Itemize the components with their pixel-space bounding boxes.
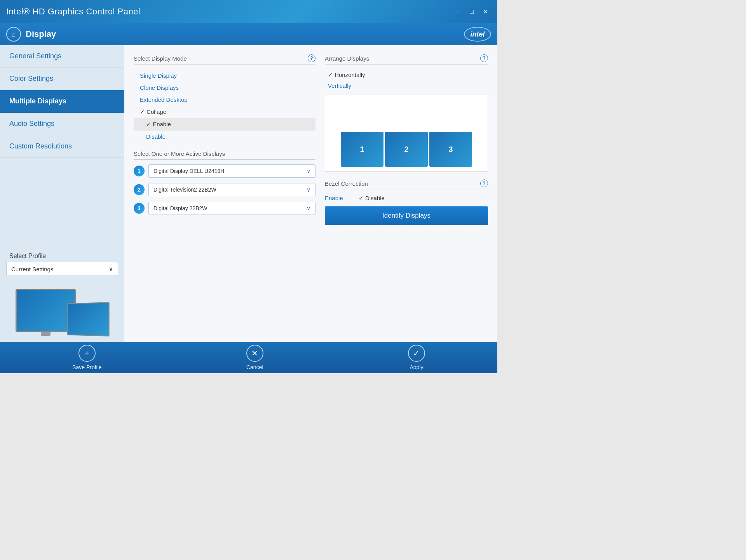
footer: + Save Profile ✕ Cancel ✓ Apply	[0, 342, 497, 373]
sidebar-item-custom-resolutions[interactable]: Custom Resolutions	[0, 135, 124, 158]
bezel-options-row: Enable Disable	[325, 195, 488, 202]
select-display-mode-title: Select Display Mode ?	[134, 54, 315, 65]
select-display-mode-section: Select Display Mode ? Single Display Clo…	[134, 54, 315, 143]
nav-title: Display	[26, 29, 56, 39]
monitor-stand	[41, 332, 51, 336]
cancel-icon: ✕	[246, 345, 263, 362]
display-row-2: 2 Digital Television2 22B2W ∨	[134, 183, 315, 196]
bezel-correction-help-icon[interactable]: ?	[480, 180, 488, 187]
content-area: Select Display Mode ? Single Display Clo…	[124, 45, 497, 342]
monitor-illustration	[16, 285, 109, 336]
left-panel: Select Display Mode ? Single Display Clo…	[134, 54, 315, 333]
save-profile-icon: +	[78, 345, 96, 362]
display-3-dropdown[interactable]: Digital Display 22B2W ∨	[148, 202, 315, 215]
window-controls: – □ ✕	[454, 7, 491, 16]
arrange-displays-preview: 1 2 3	[325, 94, 488, 172]
monitor-thumb-3[interactable]: 3	[429, 132, 472, 167]
display-row-3: 3 Digital Display 22B2W ∨	[134, 202, 315, 215]
horizontally-option[interactable]: Horizontally	[325, 70, 488, 80]
home-icon[interactable]: ⌂	[6, 27, 21, 42]
select-active-displays-section: Select One or More Active Displays 1 Dig…	[134, 150, 315, 220]
display-2-dropdown[interactable]: Digital Television2 22B2W ∨	[148, 183, 315, 196]
cancel-button[interactable]: ✕ Cancel	[246, 345, 263, 370]
display-badge-2: 2	[134, 184, 145, 195]
sidebar-item-general-settings[interactable]: General Settings	[0, 45, 124, 68]
bezel-enable-option[interactable]: Enable	[325, 195, 343, 202]
nav-bar: ⌂ Display intel	[0, 23, 497, 45]
display-row-1: 1 Digital Display DELL U2419H ∨	[134, 164, 315, 178]
display-mode-help-icon[interactable]: ?	[308, 54, 315, 62]
apply-button[interactable]: ✓ Apply	[408, 345, 425, 370]
profile-dropdown-value: Current Settings	[11, 266, 53, 272]
monitor-thumb-1[interactable]: 1	[341, 132, 383, 167]
main-layout: General Settings Color Settings Multiple…	[0, 45, 497, 342]
clone-displays-option[interactable]: Clone Displays	[134, 82, 315, 94]
intel-logo: intel	[464, 27, 491, 42]
chevron-down-icon: ∨	[307, 168, 310, 174]
select-profile-label: Select Profile	[0, 248, 124, 262]
sidebar-item-color-settings[interactable]: Color Settings	[0, 68, 124, 90]
chevron-down-icon: ∨	[307, 187, 310, 193]
right-panel: Arrange Displays ? Horizontally Vertical…	[325, 54, 488, 333]
monitor-small	[67, 302, 110, 336]
collage-enable-option[interactable]: Enable	[134, 118, 315, 131]
display-badge-1: 1	[134, 166, 145, 176]
save-profile-label: Save Profile	[72, 364, 101, 370]
sidebar: General Settings Color Settings Multiple…	[0, 45, 124, 342]
title-bar: Intel® HD Graphics Control Panel – □ ✕	[0, 0, 497, 23]
chevron-down-icon: ∨	[307, 205, 310, 211]
collage-disable-option[interactable]: Disable	[134, 131, 315, 143]
select-active-displays-title: Select One or More Active Displays	[134, 150, 315, 160]
cancel-label: Cancel	[246, 364, 263, 370]
monitor-thumb-2[interactable]: 2	[385, 132, 428, 167]
arrange-displays-section: Arrange Displays ? Horizontally Vertical…	[325, 54, 488, 172]
chevron-down-icon: ∨	[109, 265, 113, 272]
display-1-dropdown[interactable]: Digital Display DELL U2419H ∨	[148, 164, 315, 178]
sidebar-item-audio-settings[interactable]: Audio Settings	[0, 113, 124, 135]
single-display-option[interactable]: Single Display	[134, 70, 315, 82]
bezel-correction-section: Bezel Correction ? Enable Disable Identi…	[325, 180, 488, 225]
display-badge-3: 3	[134, 203, 145, 214]
sidebar-item-multiple-displays[interactable]: Multiple Displays	[0, 90, 124, 113]
arrange-displays-help-icon[interactable]: ?	[480, 54, 488, 62]
apply-label: Apply	[410, 364, 423, 370]
profile-dropdown[interactable]: Current Settings ∨	[6, 262, 118, 276]
app-title: Intel® HD Graphics Control Panel	[6, 7, 140, 17]
sidebar-illustration	[0, 281, 124, 342]
extended-desktop-option[interactable]: Extended Desktop	[134, 94, 315, 106]
minimize-button[interactable]: –	[454, 7, 464, 16]
close-button[interactable]: ✕	[480, 7, 491, 16]
bezel-correction-title: Bezel Correction ?	[325, 180, 488, 190]
identify-displays-button[interactable]: Identify Displays	[325, 206, 488, 225]
apply-icon: ✓	[408, 345, 425, 362]
save-profile-button[interactable]: + Save Profile	[72, 345, 101, 370]
vertically-option[interactable]: Vertically	[325, 80, 488, 91]
arrange-displays-title: Arrange Displays ?	[325, 54, 488, 65]
collage-option[interactable]: Collage	[134, 106, 315, 118]
restore-button[interactable]: □	[467, 7, 477, 16]
bezel-disable-option[interactable]: Disable	[359, 195, 385, 202]
